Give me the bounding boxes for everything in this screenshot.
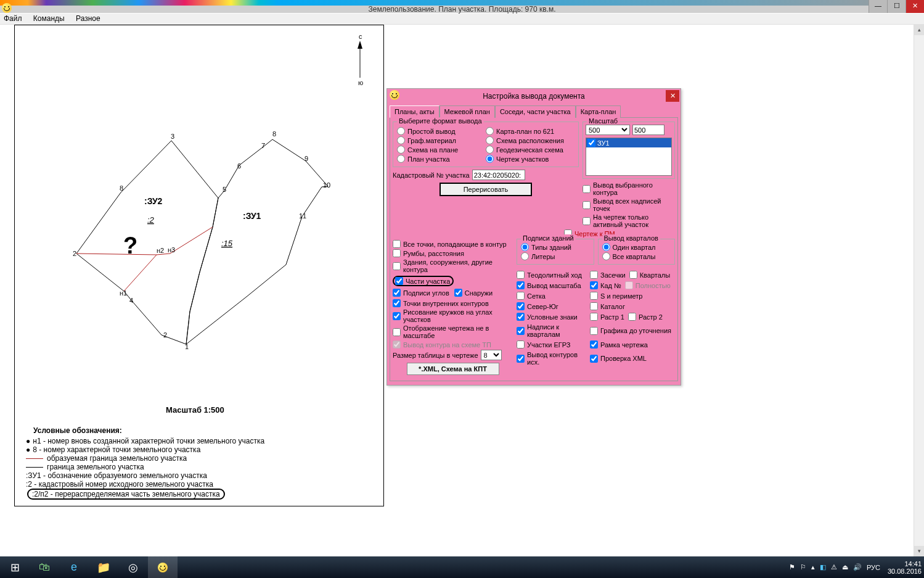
scale-select[interactable]: 500 [586,125,630,135]
scroll-down-button[interactable]: ▾ [914,546,924,556]
radio-kv-one[interactable]: Один квартал [602,243,671,251]
cb-kvart[interactable]: Кварталы [629,271,670,279]
scale-group-title: Масштаб [587,117,619,125]
cb-r1[interactable]: Растр 1 [590,313,624,321]
cb-gu[interactable]: Графика до уточнения [590,323,675,338]
tab-karta[interactable]: Карта-план [576,105,621,118]
cb-notscale[interactable]: Отображение чертежа не в масштабе [393,324,513,339]
svg-text::ЗУ2: :ЗУ2 [144,196,163,206]
svg-text:2: 2 [163,331,167,339]
xml-button[interactable]: *.XML, Схема на КПТ [407,363,499,375]
ie-icon[interactable]: e [59,556,89,578]
cb-r2[interactable]: Растр 2 [628,313,663,321]
store-icon[interactable]: 🛍 [30,556,59,578]
dialog-titlebar[interactable]: Настройка вывода документа ✕ [387,89,681,104]
svg-text:1: 1 [185,343,189,350]
tray-network-icon[interactable]: ⚠ [831,563,837,571]
radio-splan[interactable]: Схема на плане [397,146,486,154]
cb-parts[interactable]: Части участка [393,276,454,286]
svg-text:8: 8 [120,184,123,192]
cb-nsouth[interactable]: Север-Юг [517,302,587,310]
tray-language[interactable]: РУС [867,564,880,571]
cb-sip[interactable]: S и периметр [590,292,675,300]
menu-file[interactable]: Файл [4,14,22,23]
cb-mass[interactable]: Вывод масштаба [517,281,587,289]
cb-intpts[interactable]: Точки внутренних контуров [393,299,513,307]
cb-xmlc[interactable]: Проверка XML [590,351,675,366]
legend-title: Условные обозначения: [33,426,377,435]
radio-kpt[interactable]: Карта-план по 621 [486,127,574,135]
svg-text::2: :2 [147,215,155,225]
radio-chert[interactable]: Чертеж участков [486,155,574,163]
dialog-close-button[interactable]: ✕ [666,90,679,102]
tray-volume-icon[interactable]: 🔊 [853,563,862,571]
tray-flag-icon[interactable]: ⚑ [789,563,795,571]
tray-clock[interactable]: 14:41 30.08.2016 [888,560,922,575]
cb-out-active[interactable]: На чертеж только активный участок [583,213,675,228]
svg-text:ю: ю [358,79,363,86]
radio-schema[interactable]: Схема расположения [486,136,574,144]
radio-simple[interactable]: Простой вывод [397,127,486,135]
cb-tp: Вывод контура на схеме ТП [393,341,513,349]
menu-commands[interactable]: Команды [33,14,65,23]
radio-types[interactable]: Типы зданий [521,243,590,251]
cb-teod[interactable]: Теодолитный ход [517,271,587,279]
cb-symbols[interactable]: Условные знаки [517,313,587,321]
taskbar: ⊞ 🛍 e 📁 ◎ ⚑ ⚐ ▴ ◧ ⚠ ⏏ 🔊 РУС 14:41 30.08.… [0,556,924,578]
cb-outk[interactable]: Вывод контуров исх. [517,351,587,366]
cb-poln: Полностью [625,281,671,289]
radio-geod[interactable]: Геодезическая схема [486,146,574,154]
tab-mej[interactable]: Межевой план [440,105,495,118]
app-taskbar-icon[interactable] [148,556,178,578]
redraw-button[interactable]: Перерисовать [440,183,532,196]
tray-eject-icon[interactable]: ⏏ [842,563,848,571]
cb-ramka[interactable]: Рамка чертежа [590,341,675,349]
cb-out-all[interactable]: Вывод всех надписей точек [583,197,675,212]
explorer-icon[interactable]: 📁 [89,556,118,578]
max-button[interactable]: ☐ [887,0,906,13]
min-button[interactable]: — [869,0,887,13]
cb-out-sel[interactable]: Вывод выбранного контура [583,181,675,196]
scroll-up-button[interactable]: ▴ [914,25,924,35]
tray-defender-icon[interactable]: ◧ [820,563,826,571]
cad-label: Кадастровый № участка [393,171,470,179]
cb-egrz[interactable]: Участки ЕГРЗ [517,341,587,349]
radio-kv-all[interactable]: Все кварталы [602,252,671,260]
start-button[interactable]: ⊞ [0,556,30,578]
close-button[interactable]: ✕ [906,0,924,13]
cb-katalog[interactable]: Каталог [590,302,675,310]
svg-text:с: с [359,33,362,40]
tablesize-select[interactable]: 8 [481,350,502,360]
cb-allpts[interactable]: Все точки, попадающие в контур [393,240,513,248]
tab-sosedi[interactable]: Соседи, части участка [495,105,576,118]
tray-action-icon[interactable]: ⚐ [800,563,806,571]
radio-liter[interactable]: Литеры [521,252,590,260]
list-item[interactable]: ЗУ1 [586,138,671,147]
radio-graph[interactable]: Граф.материал [397,136,486,144]
cb-circles[interactable]: Рисование кружков на углах участков [393,308,513,323]
menu-misc[interactable]: Разное [76,14,100,23]
cb-snaruji[interactable]: Снаружи [454,289,493,297]
svg-text::ЗУ1: :ЗУ1 [243,211,261,221]
radio-plan[interactable]: План участка [397,155,486,163]
cb-kadn[interactable]: Кад № [590,281,621,289]
cb-buildings[interactable]: Здания, сооружения, другие контура [393,258,513,273]
vertical-scrollbar[interactable]: ▴ ▾ [914,25,924,556]
legend-row: н1 - номер вновь созданной характерной т… [26,437,377,445]
cb-zasech[interactable]: Засечки [590,271,626,279]
legend-row: образуемая граница земельного участка [26,454,377,463]
zone-listbox[interactable]: ЗУ1 [586,138,672,176]
scale-groupbox: Масштаб 500 ЗУ1 [583,122,675,179]
scale-input[interactable] [632,125,664,135]
cb-nadkv[interactable]: Надписи к кварталам [517,323,587,338]
svg-text:Масштаб 1:500: Масштаб 1:500 [166,405,224,415]
chrome-icon[interactable]: ◎ [118,556,148,578]
tab-plans[interactable]: Планы, акты [390,105,440,118]
cb-rumbs[interactable]: Румбы, расстояния [393,249,513,257]
tray-up-icon[interactable]: ▴ [811,563,815,571]
cb-podpisi[interactable]: Подписи углов [393,289,449,297]
svg-text:н2: н2 [157,247,164,254]
cb-grid[interactable]: Сетка [517,292,587,300]
app-titlebar: Землепользование. План участка. Площадь:… [0,6,924,13]
cad-input[interactable] [472,170,525,180]
